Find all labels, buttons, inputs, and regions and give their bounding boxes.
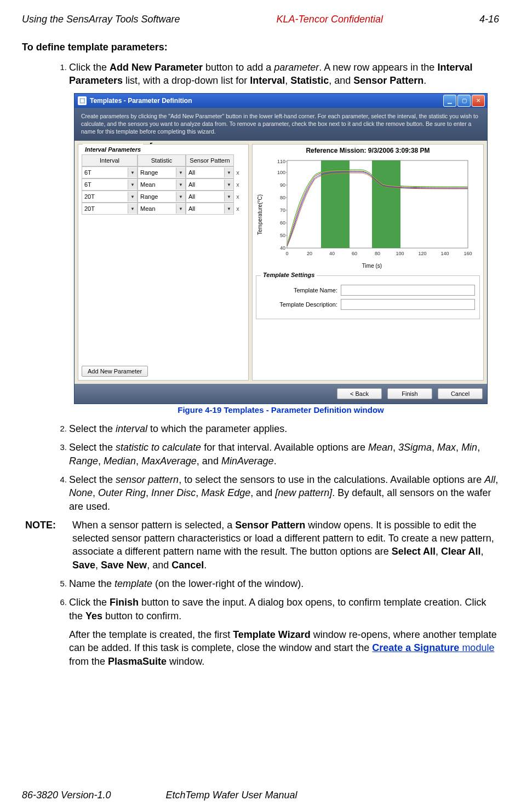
svg-text:120: 120 bbox=[418, 251, 426, 256]
chevron-down-icon[interactable]: ▼ bbox=[128, 204, 137, 214]
pattern-dropdown[interactable]: All▼ bbox=[186, 203, 234, 215]
step-number: 5. bbox=[55, 577, 69, 590]
window-body: Interval Parameters Interval Statistic S… bbox=[75, 141, 487, 384]
step-number: 1. bbox=[55, 61, 69, 88]
svg-text:110: 110 bbox=[277, 159, 285, 164]
chevron-down-icon[interactable]: ▼ bbox=[176, 180, 185, 189]
step-2: 2. Select the interval to which the para… bbox=[55, 422, 499, 435]
statistic-dropdown[interactable]: Mean▼ bbox=[138, 178, 186, 191]
app-icon: ⬚ bbox=[78, 96, 87, 105]
step-5: 5. Name the template (on the lower-right… bbox=[55, 577, 499, 590]
template-description-input[interactable] bbox=[341, 299, 475, 310]
step-3: 3. Select the statistic to calculate for… bbox=[55, 441, 499, 468]
svg-text:40: 40 bbox=[280, 245, 285, 251]
interval-dropdown[interactable]: 6T▼ bbox=[82, 178, 138, 191]
col-statistic: Statistic bbox=[138, 154, 186, 166]
statistic-dropdown[interactable]: Mean▼ bbox=[138, 203, 186, 215]
reference-mission-chart: 40 50 60 70 80 90 100 110 bbox=[264, 158, 480, 262]
chevron-down-icon[interactable]: ▼ bbox=[224, 192, 233, 201]
closing-paragraph: After the template is created, the first… bbox=[69, 628, 499, 668]
col-interval: Interval bbox=[82, 154, 138, 166]
svg-text:70: 70 bbox=[280, 208, 285, 213]
chevron-down-icon[interactable]: ▼ bbox=[128, 180, 137, 189]
chevron-down-icon[interactable]: ▼ bbox=[224, 204, 233, 214]
window-templates-parameter-definition: ⬚ Templates - Parameter Definition ▁ ▢ ✕… bbox=[74, 93, 488, 405]
remove-row-button[interactable]: x bbox=[234, 205, 242, 212]
section-heading: To define template parameters: bbox=[22, 42, 499, 53]
step-number: 4. bbox=[55, 473, 69, 513]
chevron-down-icon[interactable]: ▼ bbox=[128, 192, 137, 201]
chart-title: Reference Mission: 9/3/2006 3:09:38 PM bbox=[253, 145, 483, 156]
reference-mission-panel: Reference Mission: 9/3/2006 3:09:38 PM T… bbox=[252, 144, 484, 381]
svg-text:0: 0 bbox=[285, 251, 288, 256]
remove-row-button[interactable]: x bbox=[234, 193, 242, 200]
pattern-dropdown[interactable]: All▼ bbox=[186, 178, 234, 191]
figure-caption: Figure 4-19 Templates - Parameter Defini… bbox=[74, 405, 488, 414]
footer-version: 86-3820 Version-1.0 bbox=[22, 790, 111, 801]
svg-text:50: 50 bbox=[280, 233, 285, 238]
titlebar[interactable]: ⬚ Templates - Parameter Definition ▁ ▢ ✕ bbox=[75, 94, 487, 108]
interval-parameters-label: Interval Parameters bbox=[83, 144, 143, 154]
parameters-header-row: Interval Statistic Sensor Pattern bbox=[82, 154, 245, 166]
remove-row-button[interactable]: x bbox=[234, 169, 242, 176]
interval-dropdown[interactable]: 6T▼ bbox=[82, 166, 138, 178]
parameter-row: 20T▼ Mean▼ All▼ x bbox=[82, 203, 245, 215]
chart-area: Temperature(°C) 40 50 bbox=[253, 156, 483, 272]
y-axis-label: Temperature(°C) bbox=[256, 158, 264, 271]
statistic-dropdown[interactable]: Range▼ bbox=[138, 166, 186, 178]
step-4: 4. Select the sensor pattern, to select … bbox=[55, 473, 499, 513]
figure-screenshot: ⬚ Templates - Parameter Definition ▁ ▢ ✕… bbox=[74, 93, 488, 415]
svg-text:20: 20 bbox=[307, 251, 312, 256]
window-title: Templates - Parameter Definition bbox=[90, 97, 192, 105]
svg-text:160: 160 bbox=[463, 251, 472, 256]
template-settings-label: Template Settings bbox=[261, 272, 317, 278]
template-description-label: Template Description: bbox=[261, 301, 341, 308]
step-6: 6. Click the Finish button to save the i… bbox=[55, 596, 499, 623]
header-left: Using the SensArray Tools Software bbox=[22, 14, 180, 25]
col-sensor-pattern: Sensor Pattern bbox=[186, 154, 234, 166]
interval-parameters-panel: Interval Parameters Interval Statistic S… bbox=[78, 144, 249, 381]
parameter-row: 6T▼ Mean▼ All▼ x bbox=[82, 178, 245, 191]
template-name-input[interactable] bbox=[341, 285, 475, 296]
footer-manual: EtchTemp Wafer User Manual bbox=[165, 790, 297, 801]
cancel-button[interactable]: Cancel bbox=[438, 388, 483, 399]
chevron-down-icon[interactable]: ▼ bbox=[224, 180, 233, 189]
chevron-down-icon[interactable]: ▼ bbox=[176, 168, 185, 177]
template-name-label: Template Name: bbox=[261, 287, 341, 293]
chevron-down-icon[interactable]: ▼ bbox=[176, 204, 185, 214]
close-button[interactable]: ✕ bbox=[472, 95, 485, 107]
svg-text:100: 100 bbox=[277, 170, 285, 175]
statistic-dropdown[interactable]: Range▼ bbox=[138, 191, 186, 203]
svg-text:140: 140 bbox=[440, 251, 449, 256]
step-number: 3. bbox=[55, 441, 69, 468]
pattern-dropdown[interactable]: All▼ bbox=[186, 191, 234, 203]
svg-text:80: 80 bbox=[280, 195, 285, 200]
chevron-down-icon[interactable]: ▼ bbox=[224, 168, 233, 177]
link-create-a-signature[interactable]: Create a Signature module bbox=[372, 642, 494, 653]
interval-dropdown[interactable]: 20T▼ bbox=[82, 203, 138, 215]
minimize-button[interactable]: ▁ bbox=[443, 95, 456, 107]
note-label: NOTE: bbox=[22, 519, 72, 572]
chevron-down-icon[interactable]: ▼ bbox=[128, 168, 137, 177]
svg-text:60: 60 bbox=[352, 251, 357, 256]
page-header: Using the SensArray Tools Software KLA-T… bbox=[22, 14, 499, 25]
ref-add-new-parameter: Add New Parameter bbox=[110, 62, 203, 73]
finish-button[interactable]: Finish bbox=[387, 388, 432, 399]
wizard-button-bar: < Back Finish Cancel bbox=[75, 384, 487, 404]
parameter-row: 20T▼ Range▼ All▼ x bbox=[82, 191, 245, 203]
chevron-down-icon[interactable]: ▼ bbox=[176, 192, 185, 201]
pattern-dropdown[interactable]: All▼ bbox=[186, 166, 234, 178]
svg-text:100: 100 bbox=[396, 251, 404, 256]
interval-dropdown[interactable]: 20T▼ bbox=[82, 191, 138, 203]
instruction-banner: Create parameters by clicking the "Add N… bbox=[75, 108, 487, 141]
svg-text:90: 90 bbox=[280, 182, 285, 188]
remove-row-button[interactable]: x bbox=[234, 181, 242, 188]
maximize-button[interactable]: ▢ bbox=[457, 95, 471, 107]
x-axis-label: Time (s) bbox=[264, 263, 480, 271]
header-right: 4-16 bbox=[479, 14, 499, 25]
add-new-parameter-button[interactable]: Add New Parameter bbox=[82, 366, 148, 377]
parameter-row: 6T▼ Range▼ All▼ x bbox=[82, 166, 245, 178]
back-button[interactable]: < Back bbox=[337, 388, 382, 399]
step-number: 2. bbox=[55, 422, 69, 435]
svg-rect-2 bbox=[372, 160, 400, 248]
